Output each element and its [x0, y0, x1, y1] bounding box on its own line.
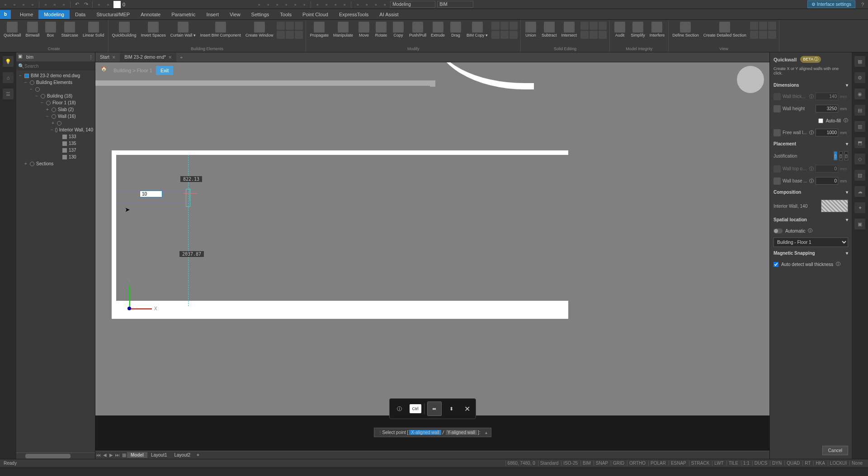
ribbon-small-icon[interactable] — [599, 22, 607, 30]
document-tab[interactable]: BIM 23-2 demo end*× — [120, 53, 176, 62]
wall-horizontal-icon[interactable]: ⬌ — [427, 401, 442, 416]
nav-first-icon[interactable]: ⏮ — [95, 453, 102, 457]
tree-item[interactable]: −Building (18) — [16, 93, 95, 99]
status-toggle-polar[interactable]: POLAR — [648, 461, 668, 466]
ribbon-small-icon[interactable] — [759, 22, 767, 30]
print-icon[interactable]: ▫ — [104, 1, 112, 8]
wall-thickness-input[interactable] — [816, 93, 838, 100]
search-input[interactable] — [24, 64, 93, 69]
ribbon-interfere-button[interactable]: Interfere — [648, 21, 667, 46]
tool-icon[interactable]: ▫ — [314, 1, 321, 8]
ribbon-copy-button[interactable]: Copy — [390, 21, 406, 46]
status-toggle-snap[interactable]: SNAP — [594, 461, 610, 466]
tree-item[interactable]: −BIM 23-2 demo end.dwg — [16, 72, 95, 79]
ribbon-small-icon[interactable] — [500, 31, 509, 39]
radio-icon[interactable] — [35, 87, 40, 92]
radio-icon[interactable] — [57, 121, 61, 126]
ribbon-audit-button[interactable]: Audit — [612, 21, 628, 46]
checkbox-icon[interactable] — [24, 74, 29, 78]
radio-icon[interactable] — [30, 80, 34, 85]
ribbon-drag-button[interactable]: Drag — [448, 21, 464, 46]
cancel-button[interactable]: Cancel — [822, 446, 848, 455]
ribbon-createdetailedsection-button[interactable]: Create Detailed Section — [702, 21, 748, 46]
ribbon-small-icon[interactable] — [768, 31, 776, 39]
ribbon-staircase-button[interactable]: Staircase — [60, 21, 80, 46]
ribbon-move-button[interactable]: Move — [356, 21, 372, 46]
ribbon-small-icon[interactable] — [750, 22, 758, 30]
menu-item-home[interactable]: Home — [14, 10, 38, 19]
ribbon-small-icon[interactable] — [580, 22, 589, 30]
command-line[interactable]: ⋮ Select point [ X-aligned wall/Y-aligne… — [374, 428, 491, 437]
layout-tab[interactable]: Layout1 — [147, 452, 171, 458]
justify-right-button[interactable]: ▯ — [844, 151, 848, 160]
rail-icon[interactable]: ▤ — [854, 105, 865, 116]
justify-left-button[interactable]: ▯ — [834, 151, 837, 160]
info-icon[interactable]: ⓘ — [809, 166, 814, 172]
ribbon-curtainwall-button[interactable]: Curtain Wall ▾ — [169, 21, 198, 46]
status-toggle-grid[interactable]: GRID — [611, 461, 626, 466]
expand-icon[interactable]: − — [18, 73, 23, 78]
tree-item[interactable]: −Wall (16) — [16, 113, 95, 120]
layout-tab[interactable]: Layout2 — [170, 452, 194, 458]
ctrl-key-button[interactable]: Ctrl — [410, 404, 421, 413]
tree-item[interactable]: 137 — [16, 147, 95, 154]
ribbon-createwindow-button[interactable]: Create Window — [244, 21, 275, 46]
expand-icon[interactable]: − — [24, 80, 28, 85]
ribbon-quickbuilding-button[interactable]: Quickbuilding — [110, 21, 138, 46]
rail-icon[interactable]: ⚙ — [854, 72, 865, 83]
new-icon[interactable]: ▫ — [2, 1, 9, 8]
workspace-dropdown[interactable]: Modeling — [390, 1, 435, 8]
ribbon-small-icon[interactable] — [590, 22, 598, 30]
layout-tab[interactable]: Model — [127, 452, 147, 458]
status-toggle-iso25[interactable]: ISO-25 — [561, 461, 580, 466]
radio-icon[interactable] — [52, 107, 56, 112]
wall-base-input[interactable] — [816, 177, 838, 185]
command-option-y[interactable]: Y-aligned wall — [446, 430, 477, 435]
color-swatch-icon[interactable] — [113, 1, 121, 8]
menu-item-view[interactable]: View — [224, 10, 246, 19]
ribbon-insertbimcomponent-button[interactable]: Insert BIM Component — [198, 21, 243, 46]
close-tab-icon[interactable]: × — [169, 54, 172, 61]
view-orb[interactable] — [737, 66, 764, 93]
tree-item[interactable]: +Slab (2) — [16, 106, 95, 113]
location-dropdown[interactable]: Building - Floor 1 — [774, 238, 848, 247]
rail-icon[interactable]: ✦ — [854, 202, 865, 213]
ribbon-small-icon[interactable] — [509, 22, 518, 30]
help-icon[interactable]: ? — [859, 1, 866, 8]
ribbon-extrude-button[interactable]: Extrude — [429, 21, 447, 46]
radio-icon[interactable] — [55, 128, 57, 132]
status-toggle-tile[interactable]: TILE — [726, 461, 740, 466]
saveas-icon[interactable]: ▫ — [29, 1, 36, 8]
paste-icon[interactable]: ▫ — [60, 1, 67, 8]
menu-item-parametric[interactable]: Parametric — [166, 10, 201, 19]
info-icon[interactable]: ⓘ — [844, 117, 848, 124]
drawing-canvas[interactable]: 🏠 Building > Floor 1 Exit ➤ — [95, 62, 769, 451]
ribbon-small-icon[interactable] — [509, 31, 518, 39]
nav-last-icon[interactable]: ⏭ — [114, 453, 121, 457]
tree-item[interactable]: 135 — [16, 140, 95, 147]
menu-item-tools[interactable]: Tools — [274, 10, 297, 19]
ribbon-small-icon[interactable] — [599, 31, 607, 39]
ribbon-manipulate-button[interactable]: Manipulate — [331, 21, 355, 46]
menu-item-insert[interactable]: Insert — [201, 10, 224, 19]
menu-item-expresstools[interactable]: ExpressTools — [334, 10, 374, 19]
ribbon-small-icon[interactable] — [286, 22, 294, 30]
tree-item[interactable]: 133 — [16, 133, 95, 140]
interface-settings-button[interactable]: ⚙ Interface settings — [807, 0, 855, 8]
status-toggle-bim[interactable]: BIM — [580, 461, 593, 466]
radio-icon[interactable] — [30, 162, 34, 166]
expand-icon[interactable]: − — [29, 87, 33, 92]
tool-icon[interactable]: ▫ — [363, 1, 370, 8]
ribbon-small-icon[interactable] — [750, 31, 758, 39]
status-toggle-11[interactable]: 1:1 — [741, 461, 751, 466]
expand-icon[interactable]: + — [51, 121, 55, 126]
menu-item-annotate[interactable]: Annotate — [135, 10, 166, 19]
tree-item[interactable]: −Building Elements — [16, 79, 95, 86]
status-toggle-esnap[interactable]: ESNAP — [669, 461, 688, 466]
status-toggle-none[interactable]: None — [849, 461, 864, 466]
close-tab-icon[interactable]: × — [112, 54, 115, 61]
info-icon[interactable]: ⓘ — [392, 401, 407, 416]
tool-icon[interactable]: ▫ — [341, 1, 348, 8]
cut-icon[interactable]: ▫ — [42, 1, 49, 8]
status-toggle-ortho[interactable]: ORTHO — [627, 461, 647, 466]
